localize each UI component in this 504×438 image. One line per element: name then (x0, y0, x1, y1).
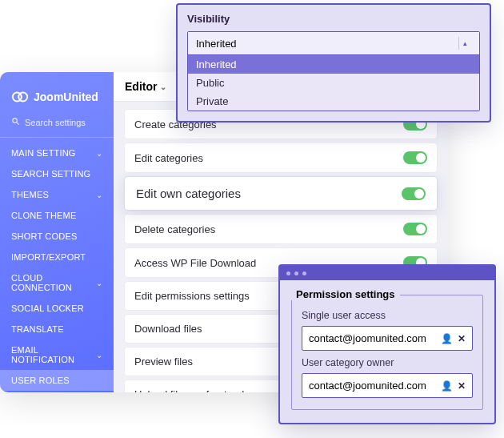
panel-titlebar[interactable] (280, 266, 494, 280)
permission-legend: Permission settings (291, 288, 400, 300)
visibility-selected[interactable]: Inherited ▴ (188, 32, 479, 55)
permission-field-label: Single user access (302, 310, 473, 321)
permission-field-label: User category owner (302, 357, 473, 368)
sidebar-item-label: CLOUD CONNECTION (11, 273, 96, 292)
svg-point-2 (13, 119, 18, 123)
permission-input[interactable]: contact@joomunited.com👤✕ (302, 373, 473, 398)
chevron-down-icon: ⌄ (96, 191, 102, 199)
permission-label: Edit permissions settings (134, 290, 250, 302)
chevron-down-icon: ⌄ (96, 279, 102, 287)
permission-input[interactable]: contact@joomunited.com👤✕ (302, 326, 473, 351)
visibility-option[interactable]: Inherited (188, 55, 479, 74)
sidebar-item-label: SOCIAL LOCKER (11, 303, 84, 313)
visibility-panel: Visibility Inherited ▴ InheritedPublicPr… (176, 3, 491, 123)
clear-icon[interactable]: ✕ (458, 333, 466, 344)
visibility-select[interactable]: Inherited ▴ InheritedPublicPrivate (187, 31, 480, 111)
divider (0, 137, 114, 138)
permission-row: Edit categories (125, 143, 437, 172)
brand-logo-icon (11, 88, 29, 106)
permission-row: Edit own categories (125, 177, 437, 210)
window-dot (286, 271, 290, 275)
svg-point-1 (18, 93, 27, 102)
sidebar-item[interactable]: TRANSLATE (0, 319, 114, 340)
sidebar-item[interactable]: SOCIAL LOCKER (0, 298, 114, 319)
permission-label: Edit categories (134, 152, 203, 164)
brand: JoomUnited (0, 83, 114, 114)
brand-name: JoomUnited (34, 90, 98, 103)
search-placeholder: Search settings (25, 118, 86, 127)
sidebar-item[interactable]: SHORT CODES (0, 226, 114, 247)
permission-fieldset: Single user accesscontact@joomunited.com… (291, 295, 483, 410)
permission-row: Delete categories (125, 215, 437, 243)
permission-label: Delete categories (134, 223, 215, 235)
sidebar-item[interactable]: USER ROLES (0, 370, 114, 391)
permission-label: Preview files (134, 356, 193, 368)
sidebar-item-label: SHORT CODES (11, 231, 77, 241)
permission-input-value: contact@joomunited.com (309, 380, 426, 392)
sidebar-item-label: TRANSLATE (11, 324, 64, 334)
permission-settings-panel: Permission settings Single user accessco… (278, 264, 496, 424)
visibility-options: InheritedPublicPrivate (188, 55, 479, 111)
sidebar-item[interactable]: THEMES⌄ (0, 184, 114, 205)
chevron-down-icon: ⌄ (96, 149, 102, 158)
window-dot (294, 271, 298, 275)
clear-icon[interactable]: ✕ (458, 380, 466, 392)
chevron-down-icon: ⌄ (160, 82, 166, 91)
toggle-switch[interactable] (403, 223, 427, 235)
permission-body: Permission settings Single user accessco… (280, 280, 494, 423)
permission-label: Upload files on frontend (134, 388, 244, 392)
sidebar-item-label: MAIN SETTING (11, 148, 76, 158)
svg-line-3 (17, 123, 19, 125)
role-selector-label: Editor (125, 80, 157, 93)
permission-label: Download files (134, 323, 202, 335)
input-actions: 👤✕ (441, 333, 466, 344)
sidebar-item[interactable]: IMPORT/EXPORT (0, 247, 114, 267)
sidebar-item[interactable]: MAIN SETTING⌄ (0, 143, 114, 163)
toggle-switch[interactable] (402, 187, 426, 200)
sidebar-item-label: IMPORT/EXPORT (11, 252, 86, 262)
user-icon[interactable]: 👤 (441, 333, 453, 344)
user-icon[interactable]: 👤 (441, 380, 453, 392)
permission-label: Edit own categories (136, 187, 241, 200)
sidebar-item-label: EMAIL NOTIFICATION (11, 345, 96, 364)
sidebar-item[interactable]: EMAIL NOTIFICATION⌄ (0, 340, 114, 370)
permission-label: Access WP File Download (134, 257, 256, 269)
visibility-selected-label: Inherited (196, 38, 237, 50)
sidebar-item-label: SEARCH SETTING (11, 169, 90, 179)
sidebar: JoomUnited Search settings MAIN SETTING⌄… (0, 72, 114, 392)
search-icon (11, 117, 20, 127)
sidebar-item[interactable]: CLONE THEME (0, 205, 114, 226)
visibility-title: Visibility (187, 13, 480, 25)
sidebar-item-label: THEMES (11, 190, 49, 199)
sidebar-item[interactable]: CLOUD CONNECTION⌄ (0, 267, 114, 298)
sidebar-item-label: CLONE THEME (11, 211, 76, 220)
chevron-down-icon: ⌄ (96, 351, 102, 360)
toggle-switch[interactable] (403, 151, 427, 164)
search-settings[interactable]: Search settings (0, 114, 114, 132)
sidebar-item-label: USER ROLES (11, 376, 70, 385)
window-dot (302, 271, 306, 275)
visibility-option[interactable]: Private (188, 92, 479, 111)
visibility-option[interactable]: Public (188, 74, 479, 92)
sidebar-item[interactable]: SEARCH SETTING (0, 163, 114, 184)
chevron-up-icon: ▴ (458, 37, 471, 50)
permission-input-value: contact@joomunited.com (309, 332, 426, 344)
input-actions: 👤✕ (441, 380, 466, 392)
